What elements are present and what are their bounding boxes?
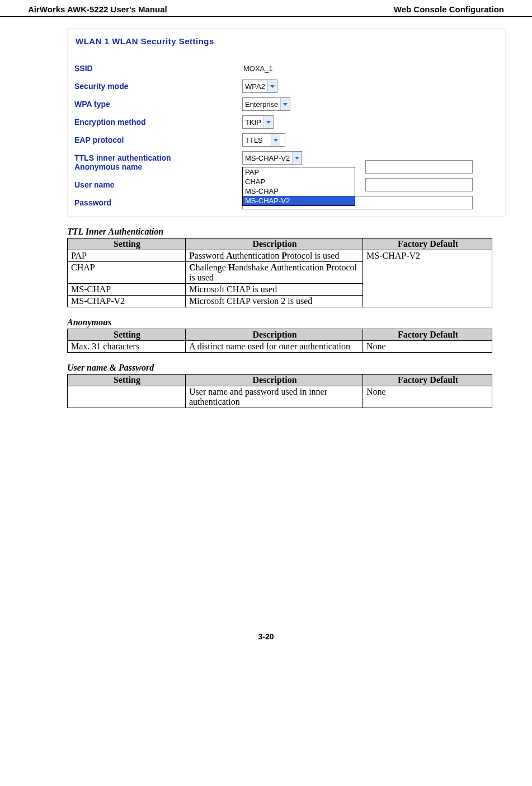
- anonymous-caption: Anonymous: [67, 317, 504, 328]
- cell-description: Challenge Handshake Authentication Proto…: [186, 262, 363, 284]
- ssid-label: SSID: [74, 64, 242, 73]
- cell-description: User name and password used in inner aut…: [186, 386, 363, 408]
- wpa-type-select[interactable]: Enterprise: [242, 97, 290, 111]
- security-mode-row: Security mode WPA2: [74, 78, 500, 94]
- username-input[interactable]: [365, 178, 473, 191]
- encryption-select[interactable]: TKIP: [242, 115, 274, 129]
- cell-factory-default: MS-CHAP-V2: [363, 250, 492, 307]
- cell-description: Password Authentication Protocol is used: [186, 250, 363, 262]
- table-header-row: Setting Description Factory Default: [68, 329, 492, 341]
- chevron-down-icon: [263, 116, 273, 128]
- ssid-row: SSID MOXA_1: [74, 60, 500, 76]
- anonymous-input[interactable]: [365, 160, 473, 174]
- eap-row: EAP protocol TTLS: [74, 132, 500, 148]
- cell-description: A distinct name used for outer authentic…: [186, 341, 363, 353]
- dropdown-option-selected[interactable]: MS-CHAP-V2: [243, 196, 355, 205]
- anonymous-table: Setting Description Factory Default Max.…: [67, 329, 492, 353]
- screenshot-title: WLAN 1 WLAN Security Settings: [76, 36, 500, 46]
- security-mode-value: WPA2: [245, 82, 265, 91]
- ttls-dropdown-popup[interactable]: PAP CHAP MS-CHAP MS-CHAP-V2: [242, 167, 355, 206]
- cell-description: Microsoft CHAP is used: [186, 284, 363, 296]
- encryption-value: TKIP: [245, 118, 261, 127]
- chevron-down-icon: [271, 134, 280, 146]
- table-header-row: Setting Description Factory Default: [68, 238, 492, 250]
- encryption-row: Encryption method TKIP: [74, 114, 500, 130]
- username-label: User name: [74, 180, 242, 189]
- table-row: PAP Password Authentication Protocol is …: [68, 250, 492, 262]
- chevron-down-icon: [280, 98, 290, 110]
- security-mode-label: Security mode: [74, 82, 242, 91]
- ttls-select[interactable]: MS-CHAP-V2: [242, 151, 302, 165]
- cell-description: Microsoft CHAP version 2 is used: [186, 296, 363, 307]
- cell-setting: MS-CHAP: [68, 284, 186, 296]
- table-header-row: Setting Description Factory Default: [68, 375, 492, 386]
- cell-factory-default: None: [363, 341, 492, 353]
- col-factory-default: Factory Default: [363, 238, 492, 250]
- anonymous-label: Anonymous name: [74, 162, 242, 171]
- ttls-value: MS-CHAP-V2: [245, 154, 290, 162]
- cell-setting: CHAP: [68, 262, 186, 284]
- page-body: WLAN 1 WLAN Security Settings SSID MOXA_…: [0, 28, 532, 663]
- ttl-table: Setting Description Factory Default PAP …: [67, 238, 492, 307]
- col-description: Description: [186, 238, 363, 250]
- dropdown-option[interactable]: MS-CHAP: [243, 186, 355, 196]
- ttls-label: TTLS inner authentication: [74, 153, 242, 162]
- wpa-type-label: WPA type: [74, 100, 242, 109]
- cell-setting: PAP: [68, 250, 186, 262]
- col-setting: Setting: [68, 329, 186, 341]
- cell-setting: [68, 386, 186, 408]
- cell-setting: Max. 31 characters: [68, 341, 186, 353]
- ttl-caption: TTL Inner Authentication: [67, 227, 504, 237]
- eap-label: EAP protocol: [74, 135, 242, 144]
- wpa-type-row: WPA type Enterprise: [74, 96, 500, 112]
- header-left: AirWorks AWK-5222 User's Manual: [28, 4, 167, 14]
- page-header: AirWorks AWK-5222 User's Manual Web Cons…: [0, 0, 532, 17]
- password-label: Password: [74, 198, 242, 207]
- page-number: 3-20: [28, 632, 504, 641]
- header-right: Web Console Configuration: [394, 4, 504, 14]
- table-row: Max. 31 characters A distinct name used …: [68, 341, 492, 353]
- col-factory-default: Factory Default: [363, 329, 492, 341]
- table-row: User name and password used in inner aut…: [68, 386, 492, 408]
- chevron-down-icon: [267, 80, 277, 92]
- cell-factory-default: None: [363, 386, 492, 408]
- dropdown-option[interactable]: CHAP: [243, 177, 355, 186]
- col-description: Description: [186, 375, 363, 386]
- eap-select[interactable]: TTLS: [242, 133, 285, 147]
- col-setting: Setting: [68, 238, 186, 250]
- dropdown-option[interactable]: PAP: [243, 167, 355, 177]
- encryption-label: Encryption method: [74, 118, 242, 127]
- cell-setting: MS-CHAP-V2: [68, 296, 186, 307]
- col-description: Description: [186, 329, 363, 341]
- user-caption: User name & Password: [67, 363, 504, 373]
- embedded-screenshot: WLAN 1 WLAN Security Settings SSID MOXA_…: [67, 28, 506, 217]
- col-setting: Setting: [68, 375, 186, 386]
- ssid-value: MOXA_1: [242, 64, 273, 73]
- security-mode-select[interactable]: WPA2: [242, 79, 277, 93]
- wpa-type-value: Enterprise: [245, 100, 278, 109]
- col-factory-default: Factory Default: [363, 375, 492, 386]
- user-table: Setting Description Factory Default User…: [67, 374, 492, 408]
- eap-value: TTLS: [245, 136, 263, 144]
- chevron-down-icon: [292, 152, 302, 164]
